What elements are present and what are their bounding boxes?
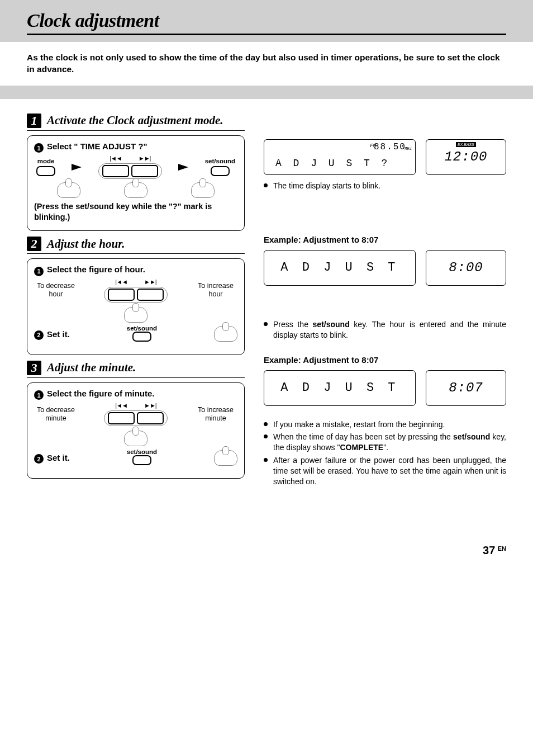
setsound-button-icon — [132, 332, 151, 342]
step3-sub1-text: Select the figure of minute. — [47, 389, 155, 398]
setsound-label: set/sound — [205, 158, 235, 164]
step2-title: Adjust the hour. — [47, 237, 125, 251]
step2-example: Example: Adjustment to 8:07 — [264, 235, 506, 244]
hand-icon — [57, 182, 80, 198]
time-display-3: 8:07 — [426, 370, 506, 406]
step2-sub1-num: 1 — [34, 267, 44, 276]
step3-sub1-num: 1 — [34, 390, 44, 400]
step1-sub1-text: Select " TIME ADJUST ?" — [47, 141, 147, 151]
step3-bullet-1: If you make a mistake, restart from the … — [264, 419, 506, 430]
mode-label: mode — [37, 158, 55, 164]
increase-hour-label: To increase hour — [196, 282, 235, 299]
exbass-badge: EX.BASS — [456, 142, 476, 147]
lcd-display-3: A D J U S T — [264, 370, 416, 406]
step1-heading: 1 Activate the Clock adjustment mode. — [27, 114, 245, 131]
hand-icon — [124, 182, 147, 198]
mode-button-icon — [36, 166, 55, 176]
mhz-label: MHz — [404, 147, 412, 151]
step3-heading: 3 Adjust the minute. — [27, 361, 245, 378]
nav-buttons-icon — [98, 163, 162, 179]
setsound-label2: set/sound — [73, 325, 211, 332]
time-display-1: EX.BASS 12:00 — [426, 139, 506, 175]
hand-icon — [191, 182, 215, 198]
step1-note: (Press the set/sound key while the "?" m… — [34, 201, 237, 223]
time-display-2: 8:00 — [426, 250, 506, 286]
step3-sub2-num: 2 — [34, 454, 44, 464]
step2-number: 2 — [27, 237, 41, 251]
hand-icon — [124, 307, 147, 323]
lcd-display-2: A D J U S T — [264, 250, 416, 286]
step3-bullet-2: When the time of day has been set by pre… — [264, 432, 506, 453]
setsound-button-icon — [132, 455, 151, 465]
step1-bullet: The time display starts to blink. — [264, 181, 506, 191]
step1-box: 1 Select " TIME ADJUST ?" mode |◄◄ ►►| — [27, 135, 245, 231]
title-bar: Clock adjustment — [0, 0, 533, 42]
next-track-icon: ►►| — [139, 155, 151, 162]
arrow-icon — [178, 164, 188, 171]
step3-number: 3 — [27, 361, 41, 375]
step3-example: Example: Adjustment to 8:07 — [264, 355, 506, 365]
page-number: 37 EN — [27, 544, 506, 557]
prev-track-icon: |◄◄ — [110, 155, 122, 162]
step2-sub2-num: 2 — [34, 330, 44, 340]
step3-title: Adjust the minute. — [47, 361, 136, 375]
time-value-2: 8:00 — [449, 260, 483, 275]
adjust-text-3: A D J U S T — [280, 381, 398, 395]
step3-sub2-text: Set it. — [47, 453, 70, 462]
step2-sub1-text: Select the figure of hour. — [47, 264, 145, 274]
page-content: As the clock is not only used to show th… — [0, 42, 533, 574]
hand-icon — [214, 326, 237, 342]
next-track-icon: ►►| — [144, 278, 156, 285]
step1-display: FM 88.50 MHz A D J U S T ? EX.BASS 12:00 — [264, 139, 506, 175]
step3-box: 1 Select the figure of minute. To decrea… — [27, 382, 245, 479]
decrease-minute-label: To decrease minute — [36, 406, 75, 423]
step3-display: A D J U S T 8:07 — [264, 370, 506, 406]
adjust-text-2: A D J U S T — [280, 261, 398, 275]
step2-display: A D J U S T 8:00 — [264, 250, 506, 286]
nav-buttons-icon — [104, 287, 168, 303]
arrow-icon — [72, 164, 82, 171]
setsound-button-icon — [211, 166, 230, 176]
increase-minute-label: To increase minute — [196, 406, 235, 423]
setsound-label3: set/sound — [73, 448, 211, 455]
time-value-1: 12:00 — [444, 149, 487, 164]
step3-bullet-3: After a power failure or the power cord … — [264, 455, 506, 487]
nav-buttons-icon — [104, 410, 168, 426]
next-track-icon: ►►| — [144, 402, 156, 409]
hand-icon — [214, 450, 237, 466]
gray-strip — [0, 86, 533, 99]
adjust-text-1: A D J U S T ? — [275, 158, 390, 169]
prev-track-icon: |◄◄ — [115, 402, 127, 409]
intro-text: As the clock is not only used to show th… — [27, 52, 506, 75]
step2-bullet: Press the set/sound key. The hour is ent… — [264, 319, 506, 341]
prev-track-icon: |◄◄ — [115, 278, 127, 285]
step2-sub2-text: Set it. — [47, 329, 70, 339]
step1-sub1-num: 1 — [34, 143, 44, 153]
step2-heading: 2 Adjust the hour. — [27, 237, 245, 254]
step2-box: 1 Select the figure of hour. To decrease… — [27, 258, 245, 355]
step1-title: Activate the Clock adjustment mode. — [47, 114, 223, 127]
time-value-3: 8:07 — [449, 380, 483, 395]
step1-number: 1 — [27, 114, 41, 128]
page-title: Clock adjustment — [27, 10, 506, 35]
lcd-display-1: FM 88.50 MHz A D J U S T ? — [264, 139, 416, 175]
decrease-hour-label: To decrease hour — [36, 282, 75, 299]
hand-icon — [124, 431, 147, 446]
freq-value: 88.50 — [374, 142, 406, 152]
